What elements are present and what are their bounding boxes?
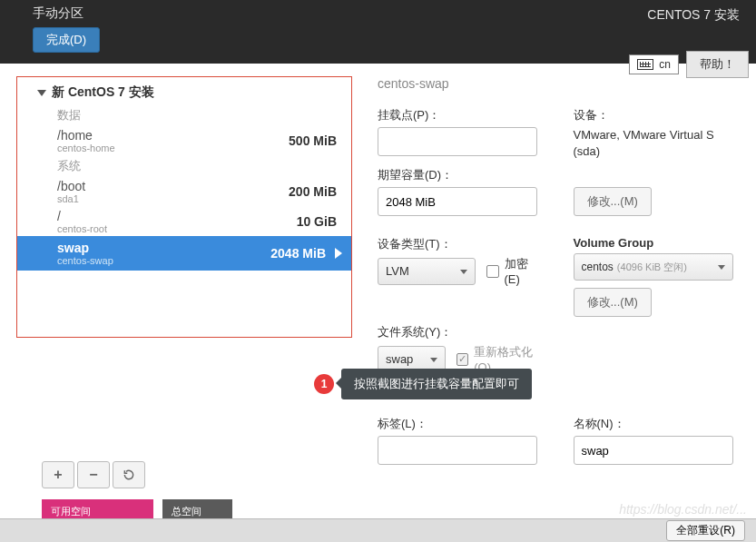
mount-point: swap — [57, 241, 113, 255]
device-type-select[interactable]: LVM — [378, 258, 476, 285]
device-label: 设备： — [574, 107, 739, 123]
mount-point-label: 挂载点(P)： — [378, 107, 543, 123]
vg-label: Volume Group — [574, 236, 739, 250]
label-input[interactable] — [378, 436, 537, 465]
device-type-label: 设备类型(T)： — [378, 236, 543, 252]
chevron-right-icon — [335, 248, 342, 259]
device-text: VMware, VMware Virtual S (sda) — [574, 127, 739, 160]
partition-row-home[interactable]: /home centos-home 500 MiB — [17, 125, 351, 155]
add-partition-button[interactable]: + — [42, 461, 74, 488]
reset-all-button[interactable]: 全部重设(R) — [666, 520, 745, 541]
name-input[interactable] — [574, 436, 733, 465]
partition-toolbar: + − — [16, 461, 352, 488]
encrypt-checkbox[interactable] — [486, 265, 499, 278]
keyboard-icon — [637, 59, 653, 70]
annotation-badge: 1 — [314, 374, 334, 394]
done-button[interactable]: 完成(D) — [33, 27, 100, 53]
reload-button[interactable] — [113, 461, 145, 488]
expander-header[interactable]: 新 CentOS 7 安装 — [17, 84, 351, 104]
bottom-bar: 全部重设(R) — [0, 518, 756, 542]
volume-group-select[interactable]: centos (4096 KiB 空闲) — [574, 253, 733, 281]
top-bar: 手动分区 完成(D) CENTOS 7 安装 cn 帮助！ — [0, 0, 756, 64]
partition-size: 200 MiB — [289, 184, 337, 199]
expander-title: 新 CentOS 7 安装 — [52, 84, 154, 101]
device-name: centos-root — [57, 223, 107, 234]
label-label: 标签(L)： — [378, 416, 543, 432]
total-label: 总空间 — [172, 505, 223, 518]
capacity-input[interactable] — [378, 187, 537, 216]
mount-point: /boot — [57, 179, 85, 193]
keyboard-layout[interactable]: cn — [629, 54, 679, 74]
partition-size: 2048 MiB — [270, 246, 326, 261]
watermark: https://blog.csdn.net/... — [619, 502, 747, 517]
device-name: centos-home — [57, 143, 115, 153]
partition-size: 500 MiB — [289, 133, 337, 148]
mount-point-input[interactable] — [378, 127, 537, 156]
vg-free-text: (4096 KiB 空闲) — [617, 261, 687, 274]
modify-vg-button[interactable]: 修改...(M) — [574, 288, 652, 317]
chevron-down-icon — [37, 90, 46, 96]
remove-partition-button[interactable]: − — [77, 461, 110, 488]
kbd-layout-text: cn — [659, 58, 671, 71]
partition-row-swap[interactable]: swap centos-swap 2048 MiB — [17, 236, 351, 271]
fs-label: 文件系统(Y)： — [378, 324, 543, 340]
capacity-label: 期望容量(D)： — [378, 167, 543, 183]
annotation-tooltip: 按照截图进行挂载容量配置即可 — [341, 369, 532, 399]
mount-point: /home — [57, 128, 115, 143]
page-title: 手动分区 — [33, 5, 100, 22]
install-title: CENTOS 7 安装 — [647, 2, 749, 27]
modify-device-button[interactable]: 修改...(M) — [574, 187, 652, 216]
encrypt-label: 加密(E) — [505, 256, 543, 286]
partition-row-boot[interactable]: /boot sda1 200 MiB — [17, 176, 351, 206]
reformat-checkbox — [457, 353, 468, 366]
reload-icon — [123, 468, 135, 481]
device-name: centos-swap — [57, 255, 113, 266]
help-button[interactable]: 帮助！ — [686, 51, 749, 78]
name-label: 名称(N)： — [574, 416, 739, 432]
annotation: 1 按照截图进行挂载容量配置即可 — [314, 369, 532, 399]
detail-title: centos-swap — [378, 76, 738, 91]
avail-label: 可用空间 — [51, 505, 144, 518]
partition-list-box: 新 CentOS 7 安装 数据 /home centos-home 500 M… — [16, 76, 352, 338]
partition-row-root[interactable]: / centos-root 10 GiB — [17, 206, 351, 236]
partition-size: 10 GiB — [297, 214, 337, 229]
section-data-label: 数据 — [17, 104, 351, 125]
section-system-label: 系统 — [17, 155, 351, 176]
mount-point: / — [57, 209, 107, 223]
device-name: sda1 — [57, 193, 85, 204]
